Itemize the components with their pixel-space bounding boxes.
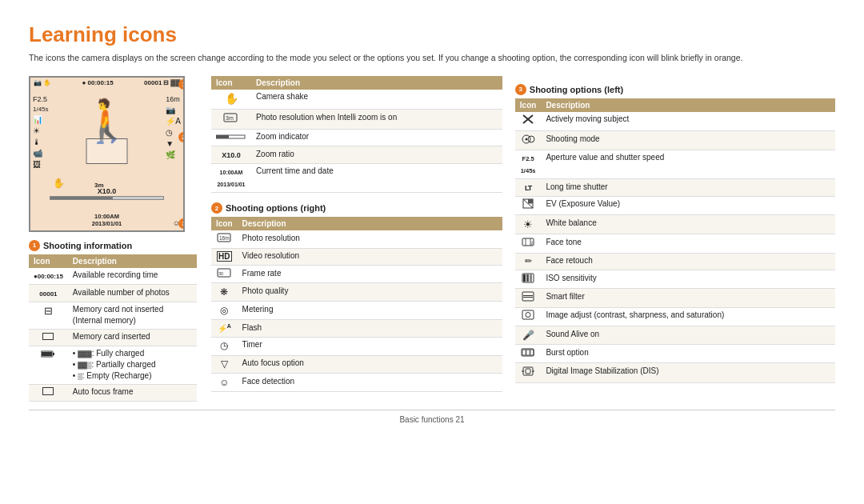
table-row: ☀ White balance bbox=[515, 215, 835, 234]
sl-col-icon: Icon bbox=[515, 98, 542, 112]
sl-desc-9: ISO sensitivity bbox=[541, 270, 835, 289]
table-row: 16m Photo resolution bbox=[211, 230, 502, 248]
sr-icon-1: 16m bbox=[211, 230, 238, 248]
sl-desc-10: Smart filter bbox=[541, 289, 835, 307]
sl-desc-6: White balance bbox=[541, 215, 835, 234]
cam-r-icon-1: 16m bbox=[166, 95, 181, 103]
face-tone-icon: 2 bbox=[522, 237, 534, 247]
ti-icon-2: 3m bbox=[211, 110, 251, 129]
sl-icon-1 bbox=[515, 112, 542, 131]
sr-desc-5: Metering bbox=[238, 302, 502, 320]
smart-filter-icon bbox=[522, 291, 534, 302]
col-desc-1: Description bbox=[68, 254, 197, 268]
table-row: ☺ Face detection bbox=[211, 374, 502, 392]
table-row: Digital Image Stabilization (DIS) bbox=[515, 363, 835, 382]
svg-rect-27 bbox=[522, 292, 534, 301]
sl-icon-14 bbox=[515, 363, 542, 382]
svg-rect-28 bbox=[523, 295, 533, 296]
si-icon-4 bbox=[29, 329, 68, 346]
sl-desc-13: Burst option bbox=[541, 345, 835, 363]
si-desc-3: Memory card not inserted(Internal memory… bbox=[68, 302, 197, 329]
intelli-zoom-icon: 3m bbox=[223, 112, 239, 123]
table-row: 30 Frame rate bbox=[211, 266, 502, 283]
sr-icon-2: HD bbox=[211, 248, 238, 265]
table-row: ◷ Timer bbox=[211, 337, 502, 355]
table-row: F2.51/45s Aperture value and shutter spe… bbox=[515, 150, 835, 179]
sr-desc-8: Auto focus option bbox=[238, 355, 502, 374]
zoom-indicator-icon bbox=[216, 134, 246, 140]
shooting-info-title: 1 Shooting information bbox=[29, 240, 197, 251]
svg-rect-25 bbox=[526, 274, 529, 282]
card-icon: ⊟ bbox=[163, 79, 169, 86]
intro-text: The icons the camera displays on the scr… bbox=[29, 52, 813, 65]
burst-icon bbox=[521, 347, 535, 358]
sl-icon-8: ✏ bbox=[515, 253, 542, 270]
sr-desc-6: Flash bbox=[238, 320, 502, 338]
sl-icon-2 bbox=[515, 131, 542, 150]
section-num-3: 3 bbox=[515, 84, 526, 95]
shooting-mode-icon bbox=[521, 134, 535, 144]
cam-hand: ✋ bbox=[53, 178, 65, 189]
cam-icon-4: ☀ bbox=[33, 126, 49, 135]
table-row: Zoom indicator bbox=[211, 129, 502, 146]
svg-point-14 bbox=[528, 136, 534, 142]
sl-icon-11 bbox=[515, 307, 542, 326]
top-icon-table: Icon Description ✋ Camera shake 3m bbox=[211, 76, 502, 194]
sr-desc-2: Video resolution bbox=[238, 248, 502, 265]
svg-rect-6 bbox=[216, 135, 229, 138]
counter-battery: 00001 ⊟ ▓▓ bbox=[144, 79, 180, 86]
sr-desc-9: Face detection bbox=[238, 374, 502, 392]
camera-preview: 📷 ✋ ● 00:00:15 00001 ⊟ ▓▓ F2.5 1/45s 📊 ☀… bbox=[29, 76, 185, 232]
table-row: 🎤 Sound Alive on bbox=[515, 326, 835, 345]
svg-text:2: 2 bbox=[531, 241, 534, 246]
zoom-fill bbox=[50, 197, 113, 199]
sr-icon-4: ❋ bbox=[211, 283, 238, 302]
svg-rect-37 bbox=[526, 369, 530, 374]
table-row: Actively moving subject bbox=[515, 112, 835, 131]
table-row: Image adjust (contrast, sharpness, and s… bbox=[515, 307, 835, 326]
table-row: Burst option bbox=[515, 345, 835, 363]
col-icon-1: Icon bbox=[29, 254, 68, 268]
shooting-info-label: Shooting information bbox=[43, 241, 132, 250]
table-row: ✏ Face retouch bbox=[515, 253, 835, 270]
svg-rect-34 bbox=[526, 350, 530, 355]
svg-text:3m: 3m bbox=[226, 115, 234, 121]
image-adjust-icon bbox=[522, 310, 534, 320]
svg-rect-18 bbox=[528, 199, 533, 204]
focus-box bbox=[86, 138, 128, 164]
sl-desc-14: Digital Image Stabilization (DIS) bbox=[541, 363, 835, 382]
sl-desc-3: Aperture value and shutter speed bbox=[541, 150, 835, 179]
si-desc-2: Available number of photos bbox=[68, 285, 197, 302]
cam-center: 🚶 bbox=[81, 100, 133, 164]
sr-desc-3: Frame rate bbox=[238, 266, 502, 283]
table-row: X10.0 Zoom ratio bbox=[211, 146, 502, 163]
sl-icon-9 bbox=[515, 270, 542, 289]
sl-icon-7: 2 bbox=[515, 234, 542, 253]
sr-col-desc: Description bbox=[238, 217, 502, 230]
cam-icon-7: 🖼 bbox=[33, 160, 49, 169]
sl-desc-8: Face retouch bbox=[541, 253, 835, 270]
ti-desc-3: Zoom indicator bbox=[251, 129, 502, 146]
right-col: 3 Shooting options (left) Icon Descripti… bbox=[515, 76, 835, 392]
table-row: ●00:00:15 Available recording time bbox=[29, 268, 197, 285]
circle-label-3: 3 bbox=[178, 218, 185, 229]
battery-full-icon bbox=[41, 350, 55, 358]
photo-res-icon: 16m bbox=[217, 233, 231, 242]
person-figure: 🚶 bbox=[81, 100, 133, 142]
sr-desc-4: Photo quality bbox=[238, 283, 502, 302]
cam-icon-2: 1/45s bbox=[33, 106, 49, 113]
sl-desc-1: Actively moving subject bbox=[541, 112, 835, 131]
sr-icon-7: ◷ bbox=[211, 337, 238, 355]
table-row: Shooting mode bbox=[515, 131, 835, 150]
cam-left-icons: F2.5 1/45s 📊 ☀ 🌡 📹 🖼 bbox=[33, 95, 49, 169]
sl-desc-7: Face tone bbox=[541, 234, 835, 253]
ev-icon bbox=[522, 198, 534, 209]
shooting-right-table: Icon Description 16m Photo resolution bbox=[211, 217, 502, 392]
sl-icon-10 bbox=[515, 289, 542, 307]
mid-right-layout: Icon Description ✋ Camera shake 3m bbox=[211, 76, 835, 392]
camera-mode-icon: 📷 bbox=[34, 79, 42, 86]
svg-rect-30 bbox=[522, 310, 534, 319]
svg-rect-33 bbox=[522, 350, 526, 355]
table-row: ⚡A Flash bbox=[211, 320, 502, 338]
table-row: ❋ Photo quality bbox=[211, 283, 502, 302]
